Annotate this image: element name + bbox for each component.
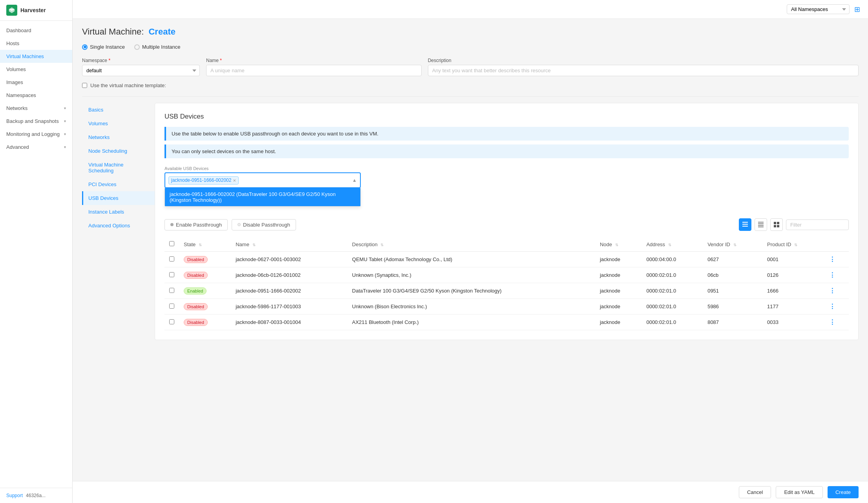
subnav-pci-devices[interactable]: PCI Devices [82,177,155,191]
col-vendor-id: Vendor ID ⇅ [703,237,762,252]
info-box-1: Use the table below to enable USB passth… [164,127,849,141]
edit-yaml-button[interactable]: Edit as YAML [776,486,823,498]
subnav-volumes[interactable]: Volumes [82,117,155,130]
grid-view-button[interactable] [770,218,783,231]
svg-rect-6 [758,227,764,227]
grid-icon[interactable]: ⊞ [854,5,860,14]
version-text: 46326a... [26,493,46,498]
device-product-id: 0126 [762,267,824,283]
actions-row: Enable Passthrough Disable Passthrough [164,218,849,231]
device-vendor-id: 06cb [703,267,762,283]
col-product-id: Product ID ⇅ [762,237,824,252]
device-name: jacknode-5986-1177-001003 [231,299,347,315]
device-vendor-id: 8087 [703,315,762,330]
support-link[interactable]: Support [6,493,23,498]
disable-passthrough-button[interactable]: Disable Passthrough [232,219,296,230]
subnav-basics[interactable]: Basics [82,103,155,117]
single-instance-radio[interactable] [82,44,88,50]
sidebar-item-images[interactable]: Images [0,76,72,89]
sort-icon[interactable]: ⇅ [733,243,736,247]
sidebar: Harvester Dashboard Hosts Virtual Machin… [0,0,73,503]
row-more-button[interactable]: ⋮ [829,272,835,278]
multiple-instance-option[interactable]: Multiple Instance [134,44,181,50]
row-more-button[interactable]: ⋮ [829,319,835,326]
status-badge: Disabled [184,256,208,263]
sort-icon[interactable]: ⇅ [615,243,618,247]
row-checkbox[interactable] [169,256,174,262]
multiple-instance-radio[interactable] [134,44,140,50]
bottom-bar: Cancel Edit as YAML Create [73,481,868,503]
namespace-label: Namespace * [82,58,200,63]
enable-passthrough-button[interactable]: Enable Passthrough [164,219,228,230]
sidebar-item-volumes[interactable]: Volumes [0,63,72,76]
row-checkbox[interactable] [169,272,174,277]
device-node: jacknode [595,252,642,267]
svg-rect-3 [758,222,764,223]
sidebar-item-label: Networks [6,105,27,111]
sidebar-item-advanced[interactable]: Advanced ▾ [0,141,72,154]
device-description: Unknown (Synaptics, Inc.) [347,267,595,283]
dropdown-search-input[interactable] [240,177,351,184]
create-button[interactable]: Create [828,486,859,498]
row-more-button[interactable]: ⋮ [829,287,835,294]
subnav-usb-devices[interactable]: USB Devices [82,191,155,205]
app-logo: Harvester [0,0,72,21]
subnav-advanced-options[interactable]: Advanced Options [82,219,155,232]
description-input[interactable] [428,65,859,76]
dropdown-tags: jacknode-0951-1666-002002 × ▲ [165,173,360,187]
svg-rect-5 [758,225,764,226]
sidebar-item-virtual-machines[interactable]: Virtual Machines [0,50,72,63]
single-instance-label: Single Instance [90,44,125,50]
sidebar-item-dashboard[interactable]: Dashboard [0,24,72,37]
usb-table-wrapper: State ⇅ Name ⇅ Description ⇅ [164,237,849,330]
subnav-instance-labels[interactable]: Instance Labels [82,205,155,219]
single-instance-option[interactable]: Single Instance [82,44,125,50]
subnav-node-scheduling[interactable]: Node Scheduling [82,144,155,158]
sort-icon[interactable]: ⇅ [668,243,671,247]
subnav-networks[interactable]: Networks [82,130,155,144]
compact-view-button[interactable] [755,218,767,231]
namespace-select[interactable]: default [82,65,200,76]
table-row: Disabled jacknode-06cb-0126-001002 Unkno… [164,267,849,283]
name-label: Name * [206,58,422,63]
dropdown-label: Available USB Devices [164,166,849,171]
row-checkbox[interactable] [169,304,174,309]
device-name: jacknode-0627-0001-003002 [231,252,347,267]
svg-rect-2 [742,226,748,227]
sort-icon[interactable]: ⇅ [252,243,256,247]
sort-icon[interactable]: ⇅ [199,243,202,247]
dropdown-container[interactable]: jacknode-0951-1666-002002 × ▲ [164,172,361,188]
status-badge: Disabled [184,303,208,310]
row-more-button[interactable]: ⋮ [829,303,835,310]
row-checkbox[interactable] [169,288,174,293]
list-view-button[interactable] [739,218,751,231]
subnav-vm-scheduling[interactable]: Virtual Machine Scheduling [82,158,155,177]
select-all-checkbox[interactable] [169,241,174,246]
dropdown-list-item[interactable]: jacknode-0951-1666-002002 (DataTraveler … [165,188,360,206]
sort-icon[interactable]: ⇅ [794,243,797,247]
row-more-button[interactable]: ⋮ [829,256,835,263]
available-usb-dropdown: Available USB Devices jacknode-0951-1666… [164,166,849,207]
info-box-2: You can only select devices on the same … [164,144,849,158]
sidebar-item-hosts[interactable]: Hosts [0,37,72,50]
sidebar-item-backup[interactable]: Backup and Snapshots ▾ [0,115,72,128]
name-field-group: Name * [206,58,422,76]
namespace-selector[interactable]: All Namespaces [787,4,850,14]
svg-rect-9 [774,225,776,227]
page-title: Virtual Machine: Create [82,27,859,37]
filter-input[interactable] [786,219,849,230]
svg-rect-7 [774,222,776,224]
sidebar-item-networks[interactable]: Networks ▾ [0,102,72,115]
description-field-group: Description [428,58,859,76]
namespace-field-group: Namespace * default [82,58,200,76]
sidebar-item-namespaces[interactable]: Namespaces [0,89,72,102]
cancel-button[interactable]: Cancel [739,486,771,498]
row-checkbox[interactable] [169,319,174,324]
sort-icon[interactable]: ⇅ [380,243,384,247]
dropdown-chevron-up-icon[interactable]: ▲ [352,177,357,183]
name-input[interactable] [206,65,422,76]
sidebar-item-monitoring[interactable]: Monitoring and Logging ▾ [0,128,72,141]
template-checkbox[interactable] [82,83,87,88]
chevron-down-icon: ▾ [64,145,66,149]
tag-remove-button[interactable]: × [233,177,236,183]
